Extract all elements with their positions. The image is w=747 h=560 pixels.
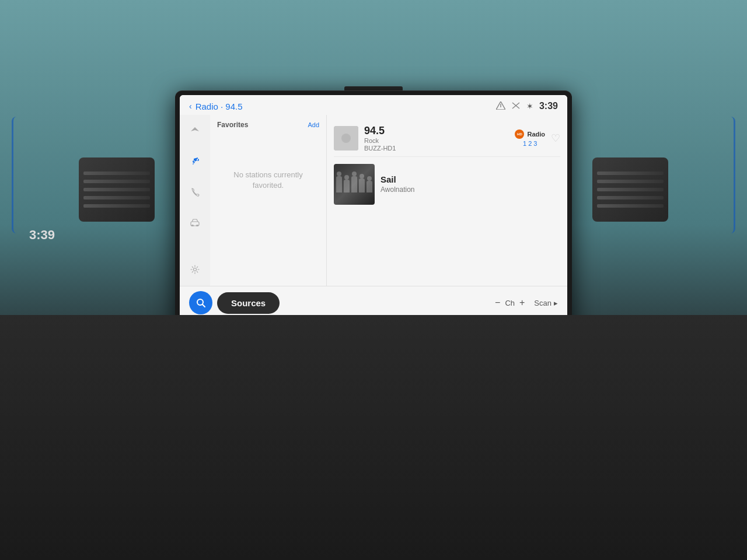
bottom-left-controls: Sources [189,291,280,314]
vent-slat [597,180,664,183]
sources-button[interactable]: Sources [217,292,280,314]
song-row: Sail Awolnation [334,164,560,205]
station-name: BUZZ-HD1 [364,145,509,152]
song-thumbnail [334,164,375,205]
station-genre: Rock [364,137,509,145]
left-dash-clock: 3:39 [29,228,55,243]
song-artist: Awolnation [381,186,560,194]
signal-icon [496,102,505,111]
dashboard-lower: LO REAR SYNC LO [0,315,747,560]
right-air-vent [592,158,668,222]
infotainment-screen: ‹ Radio · 94.5 [180,95,567,331]
sidebar-item-navigation[interactable] [186,122,204,141]
vent-slat [597,204,664,208]
main-content: ♪ [180,115,567,286]
no-favorites-message: No stations currently favorited. [217,134,319,227]
song-album-art [334,164,375,205]
figure-5 [366,181,372,192]
sidebar-item-phone[interactable] [186,183,204,201]
favorites-header: Favorites Add [217,121,319,129]
svg-point-9 [194,268,197,271]
status-left: ‹ Radio · 94.5 [189,102,243,111]
vent-slat [83,180,150,183]
right-seat-stitching [718,117,735,233]
hd-radio-badge: HD Radio 1 2 3 [515,130,545,147]
back-button[interactable]: ‹ [189,102,192,111]
favorites-panel: Favorites Add No stations currently favo… [210,115,327,286]
signal-cross-icon [511,102,521,111]
vent-slat [83,172,150,175]
bottom-bar: Sources − Ch + Scan ▸ [180,286,567,319]
dashboard: 3:39 ‹ Radio · 94.5 [0,0,747,560]
station-thumbnail [334,126,358,150]
channel-controls: − Ch + [495,298,525,308]
status-icons: ✶ 3:39 [496,101,558,111]
station-info: 94.5 Rock BUZZ-HD1 [364,125,509,152]
favorites-title: Favorites [217,121,248,129]
bottom-right-controls: − Ch + Scan ▸ [495,298,558,308]
channel-label: Ch [505,299,515,307]
figure-3 [351,176,357,192]
song-title: Sail [381,174,560,184]
radio-label: Radio [527,131,545,138]
figure-2 [344,180,350,192]
channel-plus-button[interactable]: + [519,298,525,308]
screen-bezel: ‹ Radio · 94.5 [175,90,572,335]
status-bar: ‹ Radio · 94.5 [180,95,567,115]
vent-slat [597,196,664,200]
screen-title: Radio · 94.5 [196,102,243,111]
svg-point-8 [196,225,198,226]
clock-display: 3:39 [539,101,558,111]
vent-slat [83,204,150,208]
hd-channels: 1 2 3 [523,140,537,147]
channel-minus-button[interactable]: − [495,298,500,308]
svg-marker-4 [191,127,199,131]
hd-logo: HD Radio [515,130,545,139]
now-playing-panel: 94.5 Rock BUZZ-HD1 HD Radio [327,115,567,286]
song-info: Sail Awolnation [381,174,560,194]
left-air-vent [79,158,155,222]
hd-circle-icon: HD [515,130,524,139]
left-seat-stitching [12,117,29,233]
svg-point-7 [191,225,194,226]
favorite-heart-button[interactable]: ♡ [551,132,560,145]
vent-slat [597,172,664,175]
search-button[interactable] [189,291,212,314]
scan-button[interactable]: Scan ▸ [534,299,558,307]
svg-text:♪: ♪ [192,159,196,166]
station-row: 94.5 Rock BUZZ-HD1 HD Radio [334,121,560,157]
band-silhouette [336,176,372,192]
sidebar: ♪ [180,115,210,286]
bluetooth-icon: ✶ [526,102,533,111]
svg-point-11 [341,134,351,143]
sidebar-item-car[interactable] [186,213,204,232]
scan-label: Scan [534,299,551,307]
favorites-add-button[interactable]: Add [308,121,319,128]
sidebar-item-music[interactable]: ♪ [186,152,204,171]
sidebar-item-settings[interactable] [186,260,204,279]
scan-icon: ▸ [554,299,558,307]
figure-4 [359,178,365,192]
vent-slat [597,188,664,191]
vent-slat [83,188,150,191]
station-frequency: 94.5 [364,125,509,137]
vent-slat [83,196,150,200]
figure-1 [336,176,342,192]
svg-line-13 [203,304,205,307]
